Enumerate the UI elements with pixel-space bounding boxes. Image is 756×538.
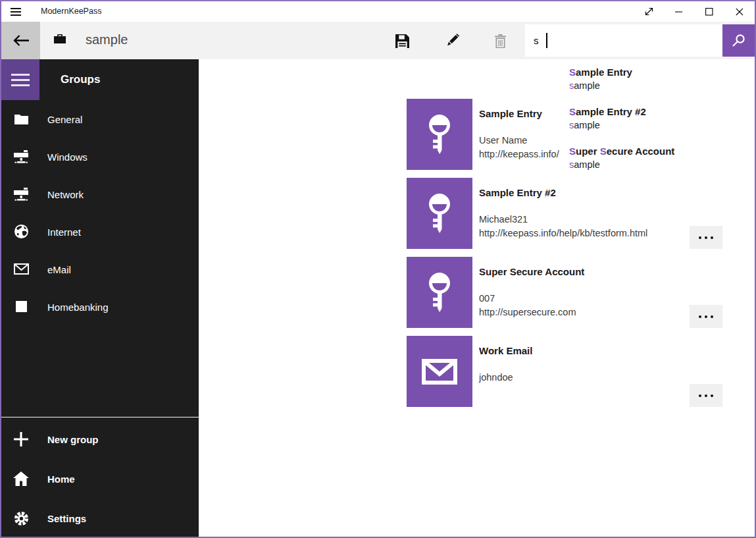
- sidebar-item-label: Settings: [47, 513, 86, 524]
- key-icon: [407, 99, 472, 170]
- sidebar-item-label: Internet: [47, 226, 81, 237]
- suggestion-title: Sample Entry: [569, 66, 750, 79]
- groups-sidebar: Groups General Windows: [1, 59, 199, 537]
- more-button[interactable]: [690, 384, 722, 407]
- home-icon: [13, 471, 29, 487]
- plus-icon: [13, 431, 29, 447]
- computer-icon: [13, 186, 29, 202]
- suggestion-subtitle-part: ample: [574, 80, 600, 91]
- sidebar-item-label: eMail: [47, 263, 71, 275]
- entry-username: User Name: [479, 134, 527, 148]
- more-button[interactable]: [690, 305, 722, 328]
- entry-row[interactable]: Work Email johndoe: [199, 336, 755, 407]
- save-button[interactable]: [386, 32, 418, 49]
- text-cursor: [546, 33, 547, 48]
- entry-row[interactable]: Super Secure Account 007 http://supersec…: [199, 257, 755, 328]
- entry-title: Sample Entry #2: [479, 186, 556, 200]
- database-title: sample: [86, 32, 128, 47]
- maximize-icon: [705, 8, 713, 16]
- more-button[interactable]: [690, 226, 722, 249]
- sidebar-item-label: Home: [47, 473, 75, 485]
- suggestion-title-part: S: [569, 106, 576, 117]
- sidebar-item-homebanking[interactable]: Homebanking: [1, 288, 199, 325]
- sidebar-item-general[interactable]: General: [1, 100, 199, 138]
- suggestion-subtitle: sample: [569, 158, 750, 171]
- search-suggestion[interactable]: Sample Entry sample: [569, 66, 750, 95]
- suggestion-title-part: ample Entry: [576, 67, 632, 78]
- back-arrow-icon: [12, 34, 30, 47]
- fullscreen-icon: [644, 7, 654, 16]
- search-suggestions-dropdown: Sample Entry sample Sample Entry #2 samp…: [564, 59, 754, 182]
- search-button[interactable]: [722, 24, 755, 57]
- back-button[interactable]: [1, 22, 40, 59]
- more-icon: [699, 236, 701, 239]
- title-bar: ModernKeePass: [1, 1, 755, 22]
- globe-icon: [13, 224, 29, 240]
- entry-title: Work Email: [479, 344, 532, 358]
- entry-tile[interactable]: [407, 336, 472, 407]
- edit-button[interactable]: [436, 32, 468, 49]
- entry-tile[interactable]: [407, 178, 472, 249]
- edit-icon: [445, 34, 459, 48]
- sidebar-item-internet[interactable]: Internet: [1, 213, 199, 250]
- sidebar-item-label: Network: [47, 188, 84, 200]
- app-window: ModernKeePass: [0, 0, 756, 538]
- entry-url: http://keepass.info/: [479, 148, 559, 161]
- suggestion-title-part: S: [600, 146, 607, 157]
- sidebar-item-windows[interactable]: Windows: [1, 138, 199, 175]
- minimize-button[interactable]: [664, 1, 694, 22]
- entry-username: Michael321: [479, 213, 528, 227]
- entry-username: johndoe: [479, 371, 513, 385]
- sidebar-item-home[interactable]: Home: [1, 459, 199, 498]
- search-suggestion[interactable]: Sample Entry #2 sample: [569, 105, 750, 134]
- nav-hamburger-icon[interactable]: [1, 59, 39, 100]
- search-icon: [732, 34, 745, 47]
- suggestion-subtitle: sample: [569, 119, 750, 132]
- search-input[interactable]: [525, 24, 722, 57]
- sidebar-item-email[interactable]: eMail: [1, 250, 199, 288]
- maximize-button[interactable]: [694, 1, 724, 22]
- suggestion-title: Sample Entry #2: [569, 105, 750, 119]
- sidebar-item-network[interactable]: Network: [1, 175, 199, 213]
- settings-icon: [13, 510, 29, 526]
- sidebar-item-label: New group: [47, 434, 99, 445]
- suggestion-title-part: uper: [576, 146, 600, 157]
- database-briefcase-icon: [54, 34, 66, 43]
- sidebar-item-label: Windows: [47, 151, 88, 162]
- titlebar-hamburger-icon[interactable]: [11, 7, 24, 17]
- folder-icon: [13, 111, 29, 127]
- square-icon: [13, 299, 29, 315]
- entry-url: http://supersecure.com: [479, 306, 576, 319]
- sidebar-item-new-group[interactable]: New group: [1, 419, 199, 459]
- sidebar-divider: [1, 417, 199, 417]
- key-icon: [407, 257, 472, 328]
- delete-icon: [495, 34, 506, 48]
- suggestion-title-part: S: [569, 146, 576, 157]
- entry-title: Super Secure Account: [479, 265, 584, 279]
- groups-heading: Groups: [61, 73, 100, 86]
- app-title: ModernKeePass: [41, 7, 101, 16]
- entry-row[interactable]: Sample Entry #2 Michael321 http://keepas…: [199, 178, 755, 249]
- suggestion-title-part: S: [569, 67, 576, 78]
- entry-url: http://keepass.info/help/kb/testform.htm…: [479, 227, 647, 240]
- mail-icon: [13, 261, 29, 277]
- search-suggestion[interactable]: Super Secure Account sample: [569, 145, 750, 174]
- sidebar-item-label: General: [47, 113, 82, 124]
- more-icon: [699, 315, 701, 318]
- computer-icon: [13, 149, 29, 165]
- close-icon: [736, 8, 743, 16]
- entry-username: 007: [479, 292, 495, 306]
- minimize-icon: [675, 8, 683, 16]
- close-button[interactable]: [724, 1, 755, 22]
- suggestion-title-part: ample Entry #2: [576, 106, 646, 117]
- delete-button[interactable]: [484, 32, 516, 49]
- suggestion-title-part: ecure Account: [607, 146, 675, 157]
- mail-icon: [407, 336, 472, 407]
- entry-tile[interactable]: [407, 257, 472, 328]
- fullscreen-button[interactable]: [634, 1, 664, 22]
- entry-tile[interactable]: [407, 99, 472, 170]
- sidebar-item-label: Homebanking: [47, 301, 109, 312]
- entry-title: Sample Entry: [479, 107, 542, 121]
- sidebar-item-settings[interactable]: Settings: [1, 498, 199, 538]
- suggestion-subtitle-part: ample: [574, 120, 600, 130]
